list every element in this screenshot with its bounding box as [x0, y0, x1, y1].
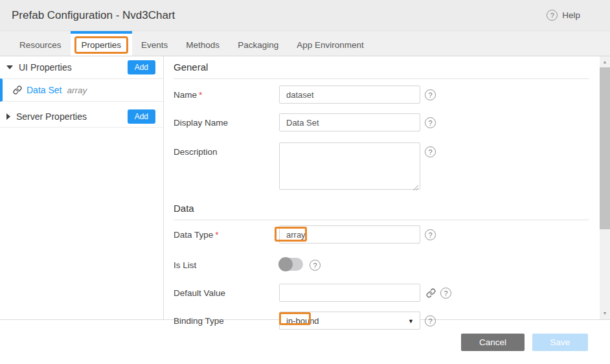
required-marker: *: [199, 90, 202, 100]
form-row-display-name: Display Name ?: [174, 113, 589, 131]
form-row-name: Name* ?: [174, 85, 589, 104]
toggle-knob: [278, 257, 293, 271]
is-list-toggle[interactable]: [279, 258, 303, 271]
caret-right-icon: [6, 113, 10, 120]
add-ui-property-button[interactable]: Add: [128, 60, 155, 74]
link-icon: [13, 85, 22, 95]
binding-type-field-wrap: in-bound ▼: [279, 312, 420, 330]
tab-app-environment[interactable]: App Environment: [288, 31, 373, 56]
scroll-up-button[interactable]: ▲: [600, 57, 610, 67]
default-value-help-icon[interactable]: ?: [440, 288, 451, 299]
field-label: Data Type*: [174, 225, 279, 240]
vertical-scrollbar[interactable]: ▲ ▼: [600, 56, 610, 319]
bind-link-icon[interactable]: [426, 288, 436, 298]
data-type-field[interactable]: [279, 225, 420, 244]
property-form-panel: General Name* ? Display Name ? Descripti…: [164, 56, 610, 319]
dialog-header: Prefab Configuration - Nvd3Chart ? Help: [0, 0, 610, 30]
add-server-property-button[interactable]: Add: [128, 109, 155, 124]
help-link[interactable]: ? Help: [547, 10, 580, 21]
description-field[interactable]: [279, 142, 420, 190]
label-text: Binding Type: [174, 316, 224, 326]
field-label: Name*: [174, 85, 279, 100]
form-row-default-value: Default Value ?: [174, 284, 589, 302]
is-list-help-icon[interactable]: ?: [310, 260, 321, 271]
properties-sidebar: UI Properties Add Data Set array Server …: [0, 56, 164, 319]
label-text: Description: [174, 147, 218, 157]
sidebar-group-ui-properties[interactable]: UI Properties Add: [0, 56, 163, 78]
name-field[interactable]: [279, 85, 420, 104]
tab-packaging[interactable]: Packaging: [229, 31, 288, 56]
scrollbar-thumb[interactable]: [600, 67, 610, 229]
display-name-help-icon[interactable]: ?: [425, 117, 436, 128]
prefab-configuration-dialog: Prefab Configuration - Nvd3Chart ? Help …: [0, 0, 610, 364]
scroll-down-button[interactable]: ▼: [600, 308, 610, 318]
selected-option-label: in-bound: [286, 316, 319, 326]
data-type-help-icon[interactable]: ?: [425, 229, 436, 240]
name-help-icon[interactable]: ?: [425, 89, 436, 100]
dropdown-arrow-icon: ▼: [408, 318, 414, 324]
description-help-icon[interactable]: ?: [425, 146, 436, 157]
form-row-binding-type: Binding Type in-bound ▼ ?: [174, 312, 589, 330]
tab-bar: Resources Properties Events Methods Pack…: [0, 30, 610, 56]
field-label: Display Name: [174, 113, 279, 128]
form-row-data-type: Data Type* ?: [174, 225, 589, 244]
sidebar-item-data-set[interactable]: Data Set array: [0, 78, 163, 102]
tab-label: Methods: [186, 40, 220, 50]
cancel-button[interactable]: Cancel: [461, 334, 525, 351]
field-label: Description: [174, 142, 279, 157]
tab-label: Events: [141, 40, 168, 50]
field-label: Binding Type: [174, 312, 279, 326]
page-title: Prefab Configuration - Nvd3Chart: [12, 9, 175, 22]
binding-type-help-icon[interactable]: ?: [425, 315, 436, 326]
annotation-highlight-properties: Properties: [74, 36, 129, 54]
label-text: Display Name: [174, 118, 228, 128]
tab-events[interactable]: Events: [132, 31, 177, 56]
label-text: Is List: [174, 260, 196, 270]
group-label: UI Properties: [19, 62, 72, 73]
save-button[interactable]: Save: [532, 334, 588, 351]
binding-type-select[interactable]: in-bound ▼: [279, 312, 420, 330]
tab-label: Packaging: [238, 40, 278, 50]
sidebar-group-server-properties[interactable]: Server Properties Add: [0, 106, 163, 128]
property-item-label: Data Set: [27, 85, 62, 95]
description-field-wrap: [279, 142, 420, 192]
label-text: Default Value: [174, 288, 225, 298]
data-type-field-wrap: [279, 225, 420, 244]
display-name-field[interactable]: [279, 113, 420, 131]
form-row-description: Description ?: [174, 142, 589, 192]
field-label: Default Value: [174, 284, 279, 298]
label-text: Name: [174, 90, 197, 100]
default-value-field[interactable]: [279, 284, 420, 302]
required-marker: *: [215, 230, 218, 240]
tab-label: App Environment: [297, 40, 364, 50]
caret-down-icon: [6, 65, 13, 69]
help-icon: ?: [547, 10, 558, 21]
form-row-is-list: Is List ?: [174, 256, 589, 271]
dialog-body: UI Properties Add Data Set array Server …: [0, 56, 610, 319]
tab-properties[interactable]: Properties: [71, 31, 133, 56]
label-text: Data Type: [174, 230, 213, 240]
section-heading-data: Data: [174, 203, 589, 220]
section-heading-general: General: [174, 62, 589, 79]
tab-label: Properties: [82, 40, 122, 50]
tab-methods[interactable]: Methods: [177, 31, 229, 56]
help-label: Help: [562, 10, 580, 20]
field-label: Is List: [174, 256, 279, 270]
property-item-type: array: [67, 85, 87, 95]
tab-label: Resources: [19, 40, 62, 50]
group-label: Server Properties: [16, 111, 87, 122]
tab-resources[interactable]: Resources: [10, 31, 71, 56]
